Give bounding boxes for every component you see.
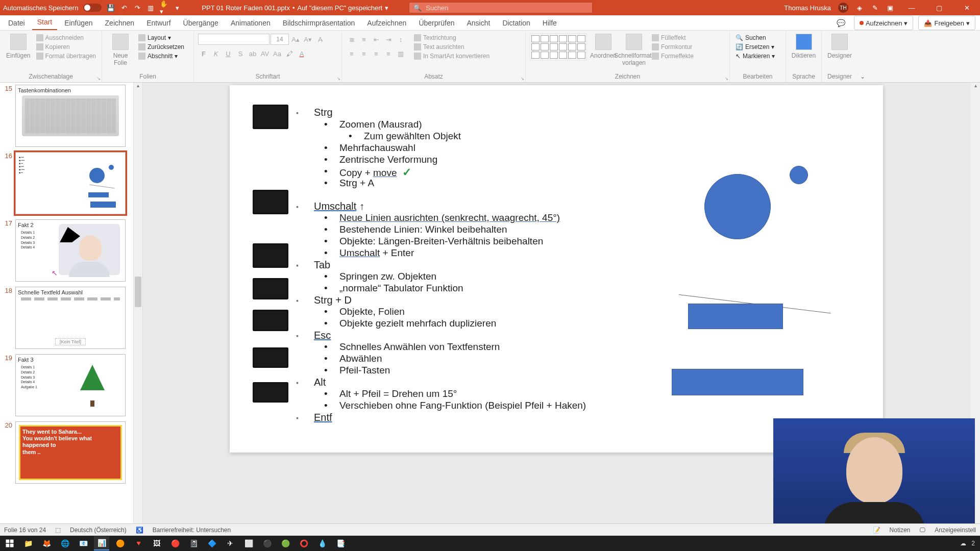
window-icon[interactable]: ▣ [886, 4, 894, 12]
status-accessibility[interactable]: Barrierefreiheit: Untersuchen [153, 527, 231, 534]
replace-button[interactable]: 🔄Ersetzen▾ [734, 43, 776, 51]
search-box[interactable]: 🔍 [409, 2, 593, 13]
status-lang[interactable]: Deutsch (Österreich) [70, 527, 127, 534]
bullets-icon: ≣ [346, 34, 357, 45]
tab-uebergaenge[interactable]: Übergänge [178, 16, 224, 30]
onenote-icon[interactable]: 📓 [186, 536, 201, 550]
shape-gallery[interactable] [530, 34, 587, 60]
notes-icon[interactable]: 📝 [873, 527, 880, 534]
text-tabspring: Springen zw. Objekten [339, 271, 436, 282]
status-display[interactable]: Anzeigeeinstell [935, 527, 976, 534]
dictate-button[interactable]: Diktieren [790, 34, 817, 59]
tab-ueberpruefen[interactable]: Überprüfen [413, 16, 459, 30]
scissors-icon [36, 34, 43, 41]
weather-icon[interactable]: ☁ [960, 540, 966, 547]
tab-dictation[interactable]: Dictation [497, 16, 535, 30]
minimize-button[interactable]: — [901, 0, 922, 15]
user-avatar[interactable]: TH [838, 3, 848, 13]
tab-entwurf[interactable]: Entwurf [141, 16, 176, 30]
thumb-20[interactable]: 20 They went to Sahara... You wouldn't b… [1, 421, 140, 484]
scroll-up-icon[interactable]: ▴ [134, 83, 142, 91]
grow-font-icon: A▴ [290, 34, 301, 45]
from-beginning-icon[interactable]: ▥ [146, 4, 155, 12]
maximize-button[interactable]: ▢ [929, 0, 949, 15]
select-button[interactable]: ↖Markieren▾ [734, 52, 776, 60]
app-icon-4[interactable]: ⬜ [241, 536, 256, 550]
thumb-18[interactable]: 18 Schnelle Textfeld Auswahl [Kein Titel… [1, 287, 140, 349]
touch-icon[interactable]: ✋▾ [160, 4, 168, 12]
app-icon-1[interactable]: 🟠 [112, 536, 128, 550]
app-icon-5[interactable]: 🟢 [278, 536, 293, 550]
display-icon[interactable]: 🖵 [919, 527, 925, 534]
diamond-icon[interactable]: ◈ [855, 4, 864, 12]
app-icon-7[interactable]: 💧 [314, 536, 330, 550]
layout-button[interactable]: Layout▾ [137, 34, 186, 42]
shape-rect-2[interactable] [672, 369, 803, 395]
new-slide-button[interactable]: Neue Folie [106, 34, 135, 66]
system-tray[interactable]: ☁ 2 [960, 540, 978, 547]
telegram-icon[interactable]: ✈ [223, 536, 238, 550]
user-name[interactable]: Thomas Hruska [784, 4, 831, 12]
draw-launcher-icon[interactable]: ↘ [724, 76, 728, 81]
thumb-scrollbar[interactable]: ▴ ▾ [133, 83, 142, 536]
text-direction-button: Textrichtung [412, 34, 491, 42]
thumb-17[interactable]: 17 Fakt 2 Details 1Details 2Details 3Det… [1, 219, 140, 282]
visio-icon[interactable]: 🔷 [204, 536, 219, 550]
tab-hilfe[interactable]: Hilfe [537, 16, 562, 30]
thumb-16[interactable]: 16 ■ ▪▪▪■ ▪▪▪▪■ ▪▪■ ▪▪▪■ ▪▪▪▪■ ▪▪ [1, 152, 140, 214]
reset-button[interactable]: Zurücksetzen [137, 43, 186, 51]
status-notes[interactable]: Notizen [890, 527, 911, 534]
undo-icon[interactable]: ↶ [120, 4, 128, 12]
redo-icon[interactable]: ↷ [133, 4, 141, 12]
tab-ansicht[interactable]: Ansicht [461, 16, 495, 30]
close-button[interactable]: ✕ [957, 0, 977, 15]
firefox-icon[interactable]: 🦊 [39, 536, 54, 550]
aufzeichnen-button[interactable]: Aufzeichnen▾ [854, 16, 914, 30]
app-icon-3[interactable]: 🔴 [167, 536, 183, 550]
thumb-19[interactable]: 19 Fakt 3 Details 1Details 2Details 3Det… [1, 354, 140, 416]
shape-rect-1[interactable] [688, 304, 783, 329]
vscroll-up-icon[interactable]: ▴ [971, 83, 980, 91]
tab-datei[interactable]: Datei [3, 16, 30, 30]
font-launcher-icon[interactable]: ↘ [336, 76, 340, 81]
vlc-icon[interactable]: 🔻 [131, 536, 146, 550]
chrome-icon[interactable]: 🌐 [57, 536, 72, 550]
slide-canvas[interactable]: Strg Zoomen (Mausrad) Zum gewählten Obje… [230, 85, 883, 453]
freigeben-button[interactable]: 📤Freigeben▾ [918, 16, 975, 30]
tab-start[interactable]: Start [32, 15, 58, 30]
pen-icon[interactable]: ✎ [871, 4, 879, 12]
start-menu-icon[interactable] [2, 536, 17, 550]
collapse-ribbon-icon[interactable]: ⌄ [860, 73, 865, 80]
app-icon-8[interactable]: 📑 [333, 536, 348, 550]
title-dropdown-icon[interactable]: ▾ [385, 4, 388, 12]
tab-zeichnen[interactable]: Zeichnen [100, 16, 140, 30]
app-icon-2[interactable]: 🖼 [149, 536, 164, 550]
obs-icon[interactable]: ⚫ [259, 536, 275, 550]
qat-more-icon[interactable]: ▾ [173, 4, 181, 12]
save-icon[interactable]: 💾 [107, 4, 115, 12]
shape-circle-large[interactable] [704, 174, 771, 239]
status-lang-icon[interactable]: ⬚ [55, 527, 61, 534]
outlook-icon[interactable]: 📧 [76, 536, 91, 550]
clipboard-launcher-icon[interactable]: ↘ [96, 76, 101, 81]
accessibility-icon[interactable]: ♿ [136, 527, 143, 534]
explorer-icon[interactable]: 📁 [20, 536, 36, 550]
section-button[interactable]: Abschnitt▾ [137, 52, 186, 60]
scroll-handle[interactable] [135, 277, 141, 307]
tab-einfuegen[interactable]: Einfügen [59, 16, 97, 30]
tab-animationen[interactable]: Animationen [226, 16, 276, 30]
autosave-toggle[interactable] [83, 4, 102, 12]
thumb-15[interactable]: 15 Tastenkombinationen [1, 85, 140, 147]
tab-aufzeichnen[interactable]: Aufzeichnen [362, 16, 411, 30]
svg-rect-1 [10, 540, 14, 543]
shape-circle-small[interactable] [790, 166, 808, 184]
search-input[interactable] [426, 4, 588, 12]
app-icon-6[interactable]: ⭕ [296, 536, 311, 550]
tab-bildschirm[interactable]: Bildschirmpräsentation [278, 16, 360, 30]
designer-button[interactable]: Designer [826, 34, 853, 59]
comment-icon[interactable]: 💬 [831, 16, 850, 30]
para-launcher-icon[interactable]: ↘ [520, 76, 524, 81]
arrange-button[interactable]: Anordnen [589, 34, 618, 59]
find-button[interactable]: 🔍Suchen [734, 34, 776, 42]
powerpoint-icon[interactable]: 📊 [94, 536, 109, 550]
